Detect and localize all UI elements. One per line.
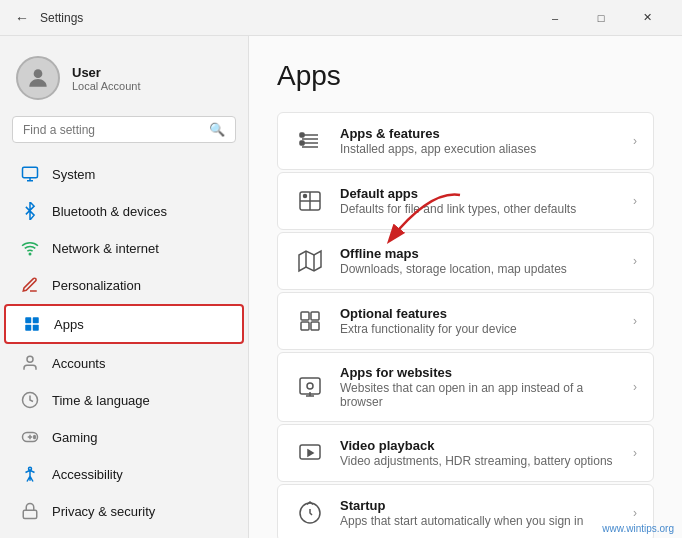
close-button[interactable]: ✕ <box>624 2 670 34</box>
offline-maps-chevron: › <box>633 254 637 268</box>
sidebar-label-network: Network & internet <box>52 241 159 256</box>
sidebar-item-network[interactable]: Network & internet <box>4 230 244 266</box>
apps-features-icon <box>294 125 326 157</box>
settings-item-offline-maps[interactable]: Offline maps Downloads, storage location… <box>277 232 654 290</box>
default-apps-title: Default apps <box>340 186 619 201</box>
apps-websites-chevron: › <box>633 380 637 394</box>
settings-item-video-playback[interactable]: Video playback Video adjustments, HDR st… <box>277 424 654 482</box>
main-container: User Local Account 🔍 System <box>0 36 682 538</box>
sidebar-item-system[interactable]: System <box>4 156 244 192</box>
svg-rect-31 <box>311 322 319 330</box>
nav-items: System Bluetooth & devices <box>0 155 248 538</box>
sidebar-item-time[interactable]: Time & language <box>4 382 244 418</box>
svg-rect-30 <box>301 322 309 330</box>
search-input[interactable] <box>23 123 201 137</box>
default-apps-icon <box>294 185 326 217</box>
apps-features-chevron: › <box>633 134 637 148</box>
svg-rect-7 <box>25 325 31 331</box>
offline-maps-title: Offline maps <box>340 246 619 261</box>
settings-item-apps-features[interactable]: Apps & features Installed apps, app exec… <box>277 112 654 170</box>
svg-rect-22 <box>300 141 304 145</box>
sidebar-item-privacy[interactable]: Privacy & security <box>4 493 244 529</box>
video-playback-text: Video playback Video adjustments, HDR st… <box>340 438 619 468</box>
gaming-icon <box>20 427 40 447</box>
search-container: 🔍 <box>0 116 248 155</box>
optional-features-desc: Extra functionality for your device <box>340 322 619 336</box>
sidebar-item-bluetooth[interactable]: Bluetooth & devices <box>4 193 244 229</box>
svg-point-9 <box>27 356 33 362</box>
sidebar-label-accessibility: Accessibility <box>52 467 123 482</box>
startup-chevron: › <box>633 506 637 520</box>
sidebar-item-update[interactable]: Windows Update <box>4 530 244 538</box>
svg-point-0 <box>34 69 43 78</box>
svg-rect-1 <box>23 167 38 178</box>
optional-features-text: Optional features Extra functionality fo… <box>340 306 619 336</box>
sidebar-label-personalization: Personalization <box>52 278 141 293</box>
content-area: Apps <box>248 36 682 538</box>
settings-item-apps-websites[interactable]: Apps for websites Websites that can open… <box>277 352 654 422</box>
video-playback-title: Video playback <box>340 438 619 453</box>
window-controls: – □ ✕ <box>532 2 670 34</box>
accessibility-icon <box>20 464 40 484</box>
sidebar-item-gaming[interactable]: Gaming <box>4 419 244 455</box>
optional-features-title: Optional features <box>340 306 619 321</box>
settings-item-optional-features[interactable]: Optional features Extra functionality fo… <box>277 292 654 350</box>
window-title: Settings <box>40 11 532 25</box>
sidebar-item-apps[interactable]: Apps <box>4 304 244 344</box>
maximize-button[interactable]: □ <box>578 2 624 34</box>
watermark: www.wintips.org <box>602 523 674 534</box>
sidebar: User Local Account 🔍 System <box>0 36 248 538</box>
apps-icon <box>22 314 42 334</box>
svg-marker-35 <box>308 450 313 456</box>
sidebar-label-accounts: Accounts <box>52 356 105 371</box>
optional-features-chevron: › <box>633 314 637 328</box>
sidebar-label-apps: Apps <box>54 317 84 332</box>
title-bar: ← Settings – □ ✕ <box>0 0 682 36</box>
svg-point-33 <box>307 383 313 389</box>
svg-rect-32 <box>300 378 320 394</box>
back-button[interactable]: ← <box>12 8 32 28</box>
sidebar-label-bluetooth: Bluetooth & devices <box>52 204 167 219</box>
avatar <box>16 56 60 100</box>
settings-list: Apps & features Installed apps, app exec… <box>277 112 654 538</box>
time-icon <box>20 390 40 410</box>
apps-websites-desc: Websites that can open in an app instead… <box>340 381 619 409</box>
svg-rect-28 <box>301 312 309 320</box>
apps-features-title: Apps & features <box>340 126 619 141</box>
svg-point-24 <box>304 195 307 198</box>
startup-icon <box>294 497 326 529</box>
sidebar-item-personalization[interactable]: Personalization <box>4 267 244 303</box>
sidebar-label-gaming: Gaming <box>52 430 98 445</box>
network-icon <box>20 238 40 258</box>
svg-rect-6 <box>33 317 39 323</box>
user-name: User <box>72 65 141 80</box>
sidebar-item-accessibility[interactable]: Accessibility <box>4 456 244 492</box>
settings-item-startup[interactable]: Startup Apps that start automatically wh… <box>277 484 654 538</box>
svg-rect-5 <box>25 317 31 323</box>
svg-rect-8 <box>33 325 39 331</box>
sidebar-label-system: System <box>52 167 95 182</box>
svg-rect-15 <box>23 510 37 518</box>
apps-websites-text: Apps for websites Websites that can open… <box>340 365 619 409</box>
minimize-button[interactable]: – <box>532 2 578 34</box>
sidebar-label-time: Time & language <box>52 393 150 408</box>
startup-text: Startup Apps that start automatically wh… <box>340 498 619 528</box>
default-apps-chevron: › <box>633 194 637 208</box>
sidebar-item-accounts[interactable]: Accounts <box>4 345 244 381</box>
user-account-type: Local Account <box>72 80 141 92</box>
startup-desc: Apps that start automatically when you s… <box>340 514 619 528</box>
bluetooth-icon <box>20 201 40 221</box>
sidebar-label-privacy: Privacy & security <box>52 504 155 519</box>
default-apps-text: Default apps Defaults for file and link … <box>340 186 619 216</box>
apps-features-desc: Installed apps, app execution aliases <box>340 142 619 156</box>
offline-maps-icon <box>294 245 326 277</box>
video-playback-icon <box>294 437 326 469</box>
settings-item-default-apps[interactable]: Default apps Defaults for file and link … <box>277 172 654 230</box>
page-title: Apps <box>277 60 654 92</box>
svg-point-13 <box>34 437 36 439</box>
svg-marker-25 <box>299 251 321 271</box>
svg-rect-29 <box>311 312 319 320</box>
system-icon <box>20 164 40 184</box>
apps-websites-icon <box>294 371 326 403</box>
user-profile[interactable]: User Local Account <box>0 44 248 116</box>
